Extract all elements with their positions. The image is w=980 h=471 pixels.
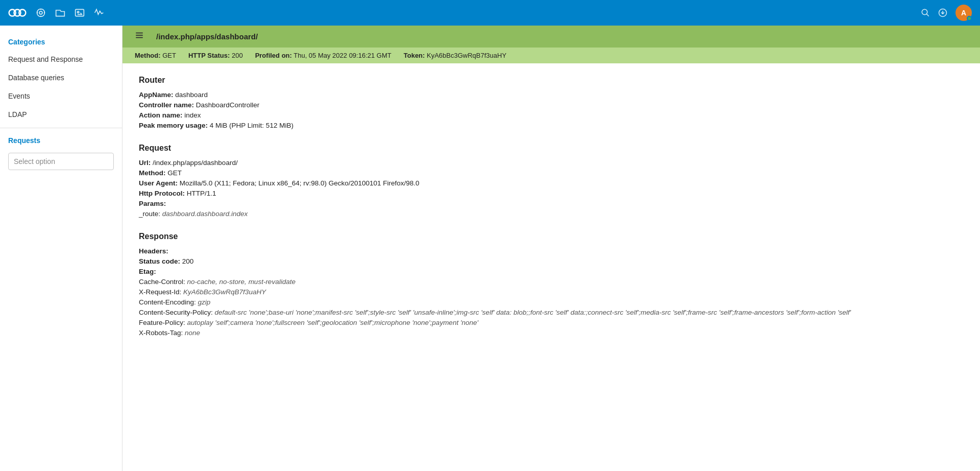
- controller-name-row: Controller name: DashboardController: [139, 101, 964, 109]
- method-label: Method:: [135, 52, 161, 59]
- params-route-key: _route:: [139, 210, 160, 218]
- response-section: Response Headers: Status code: 200 Etag:…: [139, 232, 964, 337]
- response-title: Response: [139, 232, 964, 241]
- requests-heading: Requests: [0, 132, 122, 149]
- sidebar-divider: [0, 128, 122, 128]
- content-area: /index.php/apps/dashboard/ Method: GET H…: [122, 26, 980, 471]
- profiled-on-label: Profiled on:: [255, 52, 292, 59]
- topbar: A: [0, 0, 980, 26]
- sidebar-item-database-queries[interactable]: Database queries: [0, 68, 122, 87]
- topbar-right: A: [921, 5, 972, 21]
- http-status-value: 200: [232, 52, 243, 59]
- user-agent-label: User Agent:: [139, 179, 178, 187]
- x-robots-tag-label: X-Robots-Tag:: [139, 329, 183, 337]
- request-method-label: Method:: [139, 169, 165, 177]
- cache-control-value: no-cache, no-store, must-revalidate: [187, 278, 296, 286]
- x-request-id-value: KyA6bBc3GwRqB7f3uaHY: [183, 288, 266, 296]
- request-method-value: GET: [167, 169, 182, 177]
- method-info: Method: GET: [135, 52, 176, 59]
- params-route-value: dashboard.dashboard.index: [162, 210, 248, 218]
- status-code-value: 200: [182, 257, 194, 265]
- app-name-value: dashboard: [175, 91, 208, 99]
- csp-label: Content-Security-Policy:: [139, 309, 213, 316]
- etag-row: Etag:: [139, 268, 964, 275]
- etag-label: Etag:: [139, 268, 156, 275]
- content-encoding-row: Content-Encoding: gzip: [139, 298, 964, 306]
- search-icon[interactable]: [921, 8, 930, 17]
- feature-policy-value: autoplay 'self';camera 'none';fullscreen…: [187, 319, 479, 326]
- activity-icon[interactable]: [94, 8, 104, 18]
- peak-memory-value: 4 MiB (PHP Limit: 512 MiB): [210, 122, 293, 129]
- svg-rect-9: [76, 9, 84, 16]
- controller-name-value: DashboardController: [196, 101, 260, 109]
- feature-policy-row: Feature-Policy: autoplay 'self';camera '…: [139, 319, 964, 326]
- avatar-status-dot: [967, 16, 972, 21]
- main-body: Router AppName: dashboard Controller nam…: [122, 63, 980, 363]
- peak-memory-label: Peak memory usage:: [139, 122, 208, 129]
- sidebar-item-events[interactable]: Events: [0, 87, 122, 105]
- user-agent-value: Mozilla/5.0 (X11; Fedora; Linux x86_64; …: [180, 179, 420, 187]
- sidebar-item-ldap[interactable]: LDAP: [0, 105, 122, 124]
- http-protocol-value: HTTP/1.1: [187, 190, 216, 197]
- response-headers-row: Headers:: [139, 247, 964, 255]
- router-title: Router: [139, 76, 964, 85]
- files-icon[interactable]: [55, 8, 65, 18]
- peak-memory-row: Peak memory usage: 4 MiB (PHP Limit: 512…: [139, 122, 964, 129]
- request-section: Request Url: /index.php/apps/dashboard/ …: [139, 144, 964, 218]
- topbar-left: [8, 4, 104, 22]
- x-request-id-row: X-Request-Id: KyA6bBc3GwRqB7f3uaHY: [139, 288, 964, 296]
- method-value: GET: [162, 52, 176, 59]
- action-name-row: Action name: index: [139, 111, 964, 119]
- response-headers-label: Headers:: [139, 247, 168, 255]
- profiled-on-value: Thu, 05 May 2022 09:16:21 GMT: [293, 52, 391, 59]
- sidebar: Categories Request and Response Database…: [0, 26, 122, 471]
- router-section: Router AppName: dashboard Controller nam…: [139, 76, 964, 129]
- categories-heading[interactable]: Categories: [0, 34, 122, 50]
- header-url: /index.php/apps/dashboard/: [156, 32, 258, 41]
- params-label: Params:: [139, 200, 166, 207]
- cache-control-label: Cache-Control:: [139, 278, 185, 286]
- hamburger-icon[interactable]: [135, 31, 144, 42]
- request-title: Request: [139, 144, 964, 153]
- status-code-label: Status code:: [139, 257, 180, 265]
- request-url-value: /index.php/apps/dashboard/: [153, 159, 238, 167]
- request-method-row: Method: GET: [139, 169, 964, 177]
- photos-icon[interactable]: [75, 8, 85, 18]
- download-icon[interactable]: [938, 8, 947, 17]
- token-label: Token:: [404, 52, 425, 59]
- svg-line-12: [926, 14, 929, 16]
- profiled-on-info: Profiled on: Thu, 05 May 2022 09:16:21 G…: [255, 52, 391, 59]
- main-layout: Categories Request and Response Database…: [0, 26, 980, 471]
- cache-control-row: Cache-Control: no-cache, no-store, must-…: [139, 278, 964, 286]
- content-encoding-label: Content-Encoding:: [139, 298, 196, 306]
- x-robots-tag-value: none: [185, 329, 200, 337]
- svg-point-4: [39, 11, 42, 14]
- user-agent-row: User Agent: Mozilla/5.0 (X11; Fedora; Li…: [139, 179, 964, 187]
- request-select[interactable]: Select option: [8, 153, 114, 170]
- http-status-info: HTTP Status: 200: [188, 52, 243, 59]
- content-encoding-value: gzip: [198, 298, 211, 306]
- http-protocol-label: Http Protocol:: [139, 190, 185, 197]
- request-url-row: Url: /index.php/apps/dashboard/: [139, 159, 964, 167]
- action-name-label: Action name:: [139, 111, 183, 119]
- csp-value: default-src 'none';base-uri 'none';manif…: [215, 309, 851, 316]
- action-name-value: index: [184, 111, 201, 119]
- app-name-row: AppName: dashboard: [139, 91, 964, 99]
- params-route-row: _route: dashboard.dashboard.index: [139, 210, 964, 218]
- csp-row: Content-Security-Policy: default-src 'no…: [139, 309, 964, 316]
- params-row: Params:: [139, 200, 964, 207]
- svg-point-3: [37, 9, 45, 17]
- feature-policy-label: Feature-Policy:: [139, 319, 185, 326]
- svg-point-10: [77, 11, 79, 13]
- http-status-label: HTTP Status:: [188, 52, 230, 59]
- nextcloud-logo-icon[interactable]: [8, 4, 27, 22]
- sidebar-item-request-response[interactable]: Request and Response: [0, 50, 122, 68]
- home-icon[interactable]: [36, 8, 46, 18]
- app-name-label: AppName:: [139, 91, 174, 99]
- avatar[interactable]: A: [955, 5, 972, 21]
- svg-point-11: [922, 9, 927, 15]
- request-url-label: Url:: [139, 159, 151, 167]
- x-robots-tag-row: X-Robots-Tag: none: [139, 329, 964, 337]
- content-header: /index.php/apps/dashboard/: [122, 26, 980, 48]
- token-value: KyA6bBc3GwRqB7f3uaHY: [427, 52, 506, 59]
